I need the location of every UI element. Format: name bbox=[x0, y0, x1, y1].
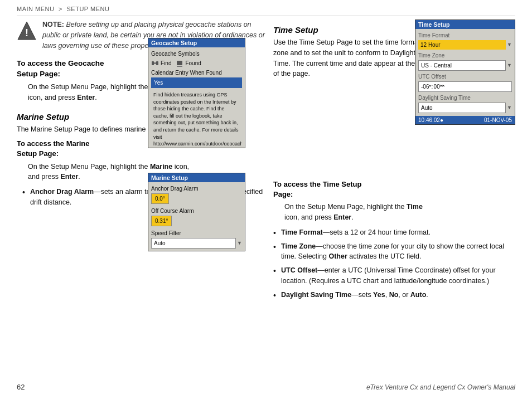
svg-rect-6 bbox=[177, 66, 182, 67]
marine-bold: Marine bbox=[150, 163, 172, 171]
svg-rect-5 bbox=[177, 61, 182, 65]
svg-text:!: ! bbox=[25, 27, 28, 38]
time-display: 10:46:02● bbox=[418, 117, 443, 123]
marine-screen-title: Marine Setup bbox=[148, 173, 245, 182]
utc-offset-label: UTC Offset bbox=[418, 72, 512, 81]
breadcrumb-sep: > bbox=[59, 6, 62, 12]
anchor-drag-label: Anchor Drag Alarm bbox=[30, 188, 94, 196]
utc-offset-bullet: UTC Offset—enter a UTC (Universal Time C… bbox=[273, 265, 515, 286]
marine-screen-body: Anchor Drag Alarm 0.0° Off Course Alarm … bbox=[148, 182, 245, 251]
offcourse-screen-label: Off Course Alarm bbox=[151, 207, 242, 215]
time-zone-bullet-label: Time Zone bbox=[281, 242, 316, 250]
utc-offset-value: -06ʰ: 00ʰʰ bbox=[418, 81, 512, 92]
time-access-title: To access the Time SetupPage: bbox=[273, 179, 515, 199]
time-format-bullet-text: sets a 12 or 24 hour time format. bbox=[330, 228, 431, 236]
geocache-enter: Enter bbox=[77, 94, 95, 101]
speed-value: Auto bbox=[151, 238, 236, 249]
geocache-screen-title: Geocache Setup bbox=[148, 38, 245, 47]
marine-screen: Marine Setup Anchor Drag Alarm 0.0° Off … bbox=[148, 173, 245, 251]
breadcrumb-sub: Setup Menu bbox=[67, 6, 110, 12]
calendar-label: Calendar Entry When Found bbox=[151, 69, 242, 77]
time-screen-body: Time Format 12 Hour ▼ Time Zone US - Cen… bbox=[415, 29, 515, 116]
footer: 62 eTrex Venture Cx and Legend Cx Owner'… bbox=[17, 383, 515, 391]
speed-select-row: Auto ▼ bbox=[151, 238, 242, 249]
footer-title: eTrex Venture Cx and Legend Cx Owner's M… bbox=[366, 383, 515, 391]
found-icon-label: Found bbox=[176, 59, 201, 67]
found-label: Found bbox=[185, 59, 201, 67]
time-access-block: To access the Time SetupPage: On the Set… bbox=[273, 179, 515, 223]
dst-bullet-text: sets Yes, No, or Auto. bbox=[359, 291, 428, 299]
time-format-bullet: Time Format—sets a 12 or 24 hour time fo… bbox=[273, 227, 515, 238]
time-enter: Enter bbox=[333, 213, 351, 221]
utc-offset-row: -06ʰ: 00ʰʰ bbox=[418, 81, 512, 92]
time-zone-arrow: ▼ bbox=[507, 62, 512, 70]
binoculars-icon bbox=[151, 60, 159, 67]
speed-arrow: ▼ bbox=[237, 240, 242, 247]
note-label: NOTE: bbox=[42, 21, 64, 28]
anchor-drag-value: 0.0° bbox=[151, 193, 169, 204]
dst-bullet-label: Daylight Saving Time bbox=[281, 291, 351, 299]
speed-filter-label: Speed Filter bbox=[151, 229, 242, 237]
geocache-screen-body: Geocache Symbols Find Found Calendar Ent… bbox=[148, 47, 245, 148]
time-screen-title: Time Setup bbox=[415, 20, 515, 29]
time-bold: Time bbox=[407, 203, 423, 211]
geocache-symbols-label: Geocache Symbols bbox=[151, 50, 242, 58]
breadcrumb: Main Menu > Setup Menu bbox=[17, 6, 109, 12]
utc-offset-bullet-label: UTC Offset bbox=[281, 266, 317, 274]
date-display: 01-NOV-05 bbox=[484, 117, 512, 123]
yes-value: Yes bbox=[151, 77, 242, 88]
anchor-drag-screen-label: Anchor Drag Alarm bbox=[151, 184, 242, 193]
svg-rect-3 bbox=[156, 61, 158, 65]
dst-arrow: ▼ bbox=[507, 104, 512, 112]
time-bullet-list: Time Format—sets a 12 or 24 hour time fo… bbox=[273, 227, 515, 300]
svg-rect-4 bbox=[154, 62, 156, 64]
time-zone-label: Time Zone bbox=[418, 51, 512, 60]
page-number: 62 bbox=[17, 383, 25, 391]
geocache-screen: Geocache Setup Geocache Symbols Find Fou… bbox=[148, 38, 245, 148]
find-row: Find Found bbox=[151, 59, 242, 67]
time-format-bullet-label: Time Format bbox=[281, 228, 323, 236]
time-zone-bullet: Time Zone—choose the time zone for your … bbox=[273, 241, 515, 262]
find-icon-label: Find bbox=[151, 59, 171, 67]
time-bar: 10:46:02● 01-NOV-05 bbox=[415, 116, 515, 124]
offcourse-value: 0.31° bbox=[151, 216, 172, 226]
geo-text-content: Find hidden treasures using GPS coordina… bbox=[151, 90, 242, 145]
dst-label: Daylight Saving Time bbox=[418, 94, 512, 102]
time-format-label: Time Format bbox=[418, 31, 512, 40]
marine-enter: Enter bbox=[60, 173, 78, 181]
time-format-value: 12 Hour bbox=[418, 40, 506, 50]
svg-rect-2 bbox=[152, 61, 154, 65]
time-access-text: On the Setup Menu Page, highlight the Ti… bbox=[284, 202, 515, 223]
breadcrumb-main: Main Menu bbox=[17, 6, 54, 12]
dst-row: Auto ▼ bbox=[418, 103, 512, 113]
top-divider bbox=[17, 16, 515, 16]
time-format-row: 12 Hour ▼ bbox=[418, 40, 512, 50]
time-zone-row: US - Central ▼ bbox=[418, 60, 512, 71]
time-zone-value: US - Central bbox=[418, 60, 506, 71]
dst-value: Auto bbox=[418, 103, 506, 113]
find-label: Find bbox=[161, 59, 171, 67]
right-column: Time Setup Use the Time Setup Page to se… bbox=[273, 20, 515, 303]
time-format-arrow: ▼ bbox=[507, 41, 512, 49]
dst-bullet: Daylight Saving Time—sets Yes, No, or Au… bbox=[273, 290, 515, 300]
flag-icon bbox=[176, 60, 183, 67]
warning-icon: ! bbox=[17, 21, 37, 41]
time-screen: Time Setup Time Format 12 Hour ▼ Time Zo… bbox=[415, 20, 515, 125]
